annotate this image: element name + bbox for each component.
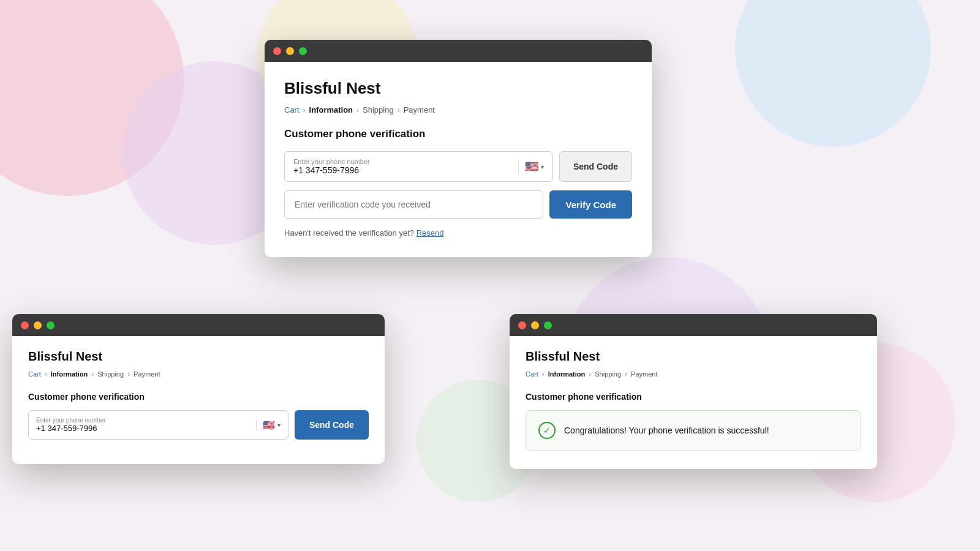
bottom-left-window: Blissful Nest Cart › Information › Shipp…: [12, 314, 385, 464]
br-breadcrumb-shipping: Shipping: [595, 370, 621, 378]
section-title: Customer phone verification: [284, 128, 632, 140]
br-breadcrumb: Cart › Information › Shipping › Payment: [526, 370, 861, 378]
bl-flag-dropdown[interactable]: 🇺🇸 ▾: [256, 419, 281, 431]
resend-link[interactable]: Resend: [417, 228, 444, 238]
success-message: Congratulations! Your phone verification…: [564, 425, 769, 435]
br-section-title: Customer phone verification: [526, 392, 861, 402]
br-sep-3: ›: [625, 370, 627, 378]
bl-sep-3: ›: [127, 370, 130, 378]
bl-phone-input-wrapper[interactable]: Enter your phone number +1 347-559-7996 …: [28, 410, 288, 440]
resend-static-text: Haven't received the verification yet?: [284, 228, 414, 238]
breadcrumb-shipping: Shipping: [363, 105, 394, 114]
bl-send-code-button[interactable]: Send Code: [295, 410, 369, 440]
breadcrumb-payment: Payment: [404, 105, 435, 114]
br-breadcrumb-information: Information: [548, 370, 586, 378]
bl-sep-1: ›: [45, 370, 47, 378]
bl-phone-value: +1 347-559-7996: [36, 424, 251, 433]
verification-code-input[interactable]: [284, 190, 543, 219]
bl-breadcrumb-payment: Payment: [134, 370, 160, 378]
br-sep-1: ›: [542, 370, 545, 378]
br-maximize-button[interactable]: [544, 321, 552, 329]
main-titlebar: [265, 40, 652, 62]
minimize-button[interactable]: [286, 47, 294, 55]
phone-text-group: Enter your phone number +1 347-559-7996: [293, 158, 513, 175]
breadcrumb-sep-3: ›: [398, 106, 400, 114]
br-minimize-button[interactable]: [531, 321, 539, 329]
verify-code-button[interactable]: Verify Code: [549, 190, 632, 219]
breadcrumb-sep-1: ›: [303, 106, 306, 114]
send-code-button[interactable]: Send Code: [559, 151, 632, 182]
bottom-right-titlebar: [510, 314, 877, 336]
bottom-left-titlebar: [12, 314, 385, 336]
bl-breadcrumb: Cart › Information › Shipping › Payment: [28, 370, 369, 378]
bl-phone-text-group: Enter your phone number +1 347-559-7996: [36, 417, 251, 433]
resend-text: Haven't received the verification yet? R…: [284, 228, 632, 238]
br-breadcrumb-cart[interactable]: Cart: [526, 370, 538, 378]
breadcrumb-cart[interactable]: Cart: [284, 105, 300, 114]
main-window: Blissful Nest Cart › Information › Shipp…: [265, 40, 652, 257]
bl-maximize-button[interactable]: [47, 321, 55, 329]
bl-sep-2: ›: [91, 370, 94, 378]
bl-app-title: Blissful Nest: [28, 350, 369, 364]
breadcrumb-information: Information: [309, 105, 353, 114]
bl-phone-label: Enter your phone number: [36, 417, 251, 424]
bl-breadcrumb-cart[interactable]: Cart: [28, 370, 41, 378]
bottom-right-window: Blissful Nest Cart › Information › Shipp…: [510, 314, 877, 469]
bl-phone-row: Enter your phone number +1 347-559-7996 …: [28, 410, 369, 440]
phone-input-wrapper[interactable]: Enter your phone number +1 347-559-7996 …: [284, 151, 553, 182]
br-sep-2: ›: [589, 370, 591, 378]
bl-us-flag-icon: 🇺🇸: [263, 419, 275, 431]
flag-dropdown[interactable]: 🇺🇸 ▾: [518, 160, 544, 173]
bl-close-button[interactable]: [21, 321, 29, 329]
br-close-button[interactable]: [518, 321, 526, 329]
maximize-button[interactable]: [299, 47, 307, 55]
us-flag-icon: 🇺🇸: [525, 160, 538, 173]
bl-chevron-down-icon: ▾: [277, 422, 281, 429]
br-breadcrumb-payment: Payment: [631, 370, 657, 378]
phone-value: +1 347-559-7996: [293, 165, 513, 175]
phone-row: Enter your phone number +1 347-559-7996 …: [284, 151, 632, 182]
close-button[interactable]: [273, 47, 281, 55]
bg-circle-4: [735, 0, 931, 147]
br-app-title: Blissful Nest: [526, 350, 861, 364]
bl-section-title: Customer phone verification: [28, 392, 369, 402]
bl-breadcrumb-shipping: Shipping: [97, 370, 124, 378]
success-banner: ✓ Congratulations! Your phone verificati…: [526, 410, 861, 451]
verify-row: Verify Code: [284, 190, 632, 219]
breadcrumb-sep-2: ›: [356, 106, 359, 114]
bl-breadcrumb-information: Information: [51, 370, 88, 378]
breadcrumb: Cart › Information › Shipping › Payment: [284, 105, 632, 114]
success-icon: ✓: [538, 422, 556, 439]
chevron-down-icon: ▾: [541, 163, 544, 170]
bl-minimize-button[interactable]: [34, 321, 42, 329]
phone-label: Enter your phone number: [293, 158, 513, 165]
app-title: Blissful Nest: [284, 79, 632, 98]
